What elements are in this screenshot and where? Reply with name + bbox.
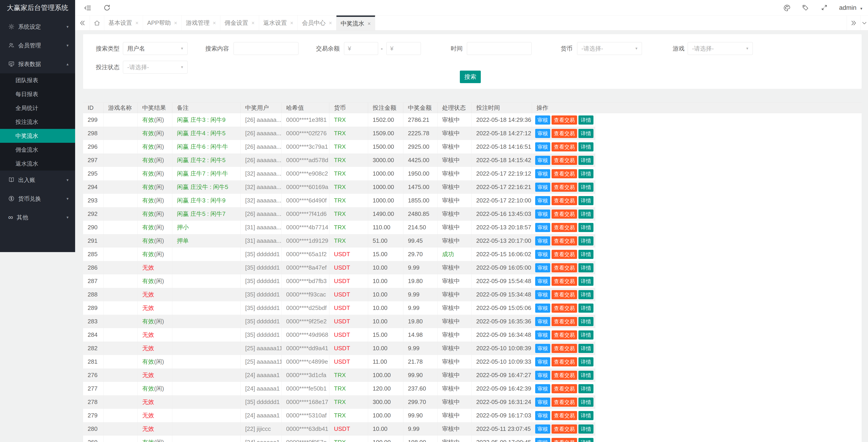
search-button[interactable]: 搜索 [460,70,481,83]
sidebar-item-system-settings[interactable]: 系统设定▼ [0,17,75,36]
sidebar-item-rebate-records[interactable]: 返水流水 [0,157,75,171]
refresh-icon[interactable] [103,4,111,12]
details-button[interactable]: 详情 [579,223,593,232]
sidebar-item-other[interactable]: ∞其他▼ [0,208,75,227]
view-transaction-button[interactable]: 查看交易 [552,397,577,407]
details-button[interactable]: 详情 [579,156,593,165]
review-button[interactable]: 审核 [535,156,550,165]
view-transaction-button[interactable]: 查看交易 [552,438,577,442]
tag-icon[interactable] [802,4,809,12]
view-transaction-button[interactable]: 查看交易 [552,411,577,420]
view-transaction-button[interactable]: 查看交易 [552,344,577,353]
review-button[interactable]: 审核 [535,209,550,218]
close-icon[interactable]: × [213,20,216,26]
review-button[interactable]: 审核 [535,115,550,124]
details-button[interactable]: 详情 [579,384,593,393]
details-button[interactable]: 详情 [579,397,593,407]
review-button[interactable]: 审核 [535,317,550,326]
view-transaction-button[interactable]: 查看交易 [552,236,577,245]
details-button[interactable]: 详情 [579,277,593,286]
view-transaction-button[interactable]: 查看交易 [552,209,577,218]
view-transaction-button[interactable]: 查看交易 [552,424,577,434]
details-button[interactable]: 详情 [579,183,593,192]
view-transaction-button[interactable]: 查看交易 [552,330,577,340]
sidebar-item-transactions[interactable]: 出入账▼ [0,171,75,189]
tab-basic-settings[interactable]: 基本设置× [104,16,143,30]
review-button[interactable]: 审核 [535,142,550,151]
sidebar-item-team-report[interactable]: 团队报表 [0,73,75,87]
view-transaction-button[interactable]: 查看交易 [552,115,577,124]
tab-rebate-settings[interactable]: 返水设置× [259,16,298,30]
review-button[interactable]: 审核 [535,397,550,407]
details-button[interactable]: 详情 [579,357,593,366]
details-button[interactable]: 详情 [579,344,593,353]
review-button[interactable]: 审核 [535,330,550,340]
review-button[interactable]: 审核 [535,250,550,259]
tab-home[interactable] [90,16,104,30]
review-button[interactable]: 审核 [535,183,550,192]
review-button[interactable]: 审核 [535,303,550,313]
details-button[interactable]: 详情 [579,169,593,178]
view-transaction-button[interactable]: 查看交易 [552,129,577,138]
view-transaction-button[interactable]: 查看交易 [552,303,577,313]
fullscreen-icon[interactable] [821,4,828,12]
sidebar-item-bet-records[interactable]: 投注流水 [0,115,75,129]
review-button[interactable]: 审核 [535,344,550,353]
review-button[interactable]: 审核 [535,263,550,272]
view-transaction-button[interactable]: 查看交易 [552,250,577,259]
search-content-input[interactable] [234,42,299,55]
details-button[interactable]: 详情 [579,263,593,272]
view-transaction-button[interactable]: 查看交易 [552,290,577,299]
tab-commission-settings[interactable]: 佣金设置× [220,16,259,30]
review-button[interactable]: 审核 [535,196,550,205]
review-button[interactable]: 审核 [535,223,550,232]
theme-palette-icon[interactable] [783,4,791,13]
sidebar-item-currency-exchange[interactable]: 货币兑换▼ [0,189,75,208]
details-button[interactable]: 详情 [579,303,593,313]
balance-min-input[interactable] [344,42,378,55]
details-button[interactable]: 详情 [579,250,593,259]
view-transaction-button[interactable]: 查看交易 [552,223,577,232]
details-button[interactable]: 详情 [579,317,593,326]
close-icon[interactable]: × [135,20,138,26]
review-button[interactable]: 审核 [535,424,550,434]
details-button[interactable]: 详情 [579,424,593,434]
review-button[interactable]: 审核 [535,384,550,393]
tab-app-help[interactable]: APP帮助× [143,16,182,30]
details-button[interactable]: 详情 [579,330,593,340]
sidebar-item-daily-report[interactable]: 每日报表 [0,87,75,101]
sidebar-item-win-records[interactable]: 中奖流水 [0,129,75,143]
view-transaction-button[interactable]: 查看交易 [552,357,577,366]
details-button[interactable]: 详情 [579,209,593,218]
close-icon[interactable]: × [290,20,293,26]
view-transaction-button[interactable]: 查看交易 [552,384,577,393]
review-button[interactable]: 审核 [535,411,550,420]
view-transaction-button[interactable]: 查看交易 [552,263,577,272]
view-transaction-button[interactable]: 查看交易 [552,156,577,165]
balance-max-input[interactable] [386,42,421,55]
review-button[interactable]: 审核 [535,371,550,380]
tab-member-center[interactable]: 会员中心× [298,16,337,30]
review-button[interactable]: 审核 [535,277,550,286]
time-input[interactable] [467,42,531,55]
bet-status-select[interactable]: -请选择-▼ [123,61,188,73]
tab-game-management[interactable]: 游戏管理× [182,16,220,30]
details-button[interactable]: 详情 [579,196,593,205]
review-button[interactable]: 审核 [535,236,550,245]
review-button[interactable]: 审核 [535,290,550,299]
details-button[interactable]: 详情 [579,371,593,380]
tabs-scroll-left-button[interactable] [75,16,90,30]
close-icon[interactable]: × [367,21,371,27]
sidebar-item-member-management[interactable]: 会员管理▼ [0,36,75,55]
details-button[interactable]: 详情 [579,236,593,245]
details-button[interactable]: 详情 [579,290,593,299]
view-transaction-button[interactable]: 查看交易 [552,277,577,286]
view-transaction-button[interactable]: 查看交易 [552,317,577,326]
sidebar-item-commission-records[interactable]: 佣金流水 [0,143,75,157]
view-transaction-button[interactable]: 查看交易 [552,169,577,178]
game-select[interactable]: -请选择-▼ [688,42,753,55]
close-icon[interactable]: × [174,20,177,26]
details-button[interactable]: 详情 [579,129,593,138]
details-button[interactable]: 详情 [579,438,593,442]
review-button[interactable]: 审核 [535,129,550,138]
